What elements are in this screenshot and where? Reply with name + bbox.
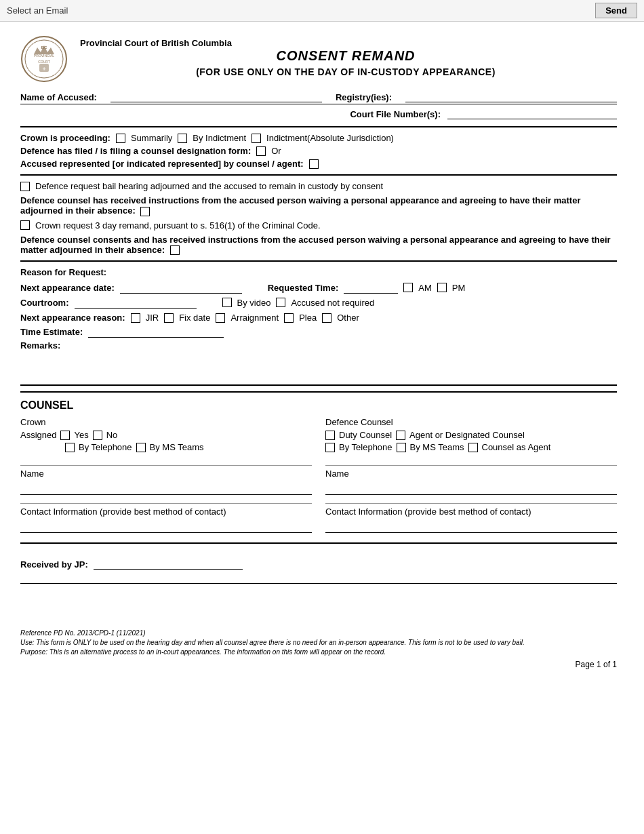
- time-estimate-label: Time Estimate:: [20, 327, 83, 337]
- accused-represented-checkbox[interactable]: [309, 159, 319, 169]
- page-number: Page 1 of 1: [20, 660, 617, 669]
- jir-checkbox[interactable]: [131, 313, 140, 323]
- by-indictment-checkbox[interactable]: [178, 134, 187, 143]
- page-content: BC PROVINCIAL COURT ⚜ Provincial Court o…: [0, 22, 644, 683]
- reason-section: Reason for Request:: [20, 267, 617, 277]
- defence-contact-row: By Telephone By MS Teams Counsel as Agen…: [325, 442, 617, 452]
- crown-name-field[interactable]: [20, 480, 312, 495]
- assigned-yes-checkbox[interactable]: [60, 431, 70, 440]
- defence-filed-row: Defence has filed / is filing a counsel …: [20, 146, 617, 156]
- assigned-no-checkbox[interactable]: [93, 431, 102, 440]
- center-header: CONSENT REMAND (FOR USE ONLY ON THE DAY …: [75, 48, 617, 77]
- defence-name-field[interactable]: [325, 480, 617, 495]
- summarily-checkbox[interactable]: [116, 134, 125, 143]
- arraignment-checkbox[interactable]: [216, 313, 225, 323]
- divider-2: [20, 174, 617, 176]
- am-checkbox[interactable]: [403, 283, 413, 292]
- counsel-contact-grid: Contact Information (provide best method…: [20, 500, 617, 533]
- defence-filed-checkbox[interactable]: [256, 146, 266, 156]
- purpose-line: Purpose: This is an alternative process …: [20, 648, 617, 657]
- consents-text: Defence counsel consents and has receive…: [20, 235, 617, 256]
- accused-represented-row: Accused represented [or indicated repres…: [20, 159, 617, 169]
- remarks-row: Remarks:: [20, 340, 617, 351]
- crown-name-label: Name: [20, 469, 312, 479]
- reason-label: Reason for Request:: [20, 267, 617, 277]
- instructions-checkbox[interactable]: [140, 207, 150, 216]
- fix-date-checkbox[interactable]: [164, 313, 174, 323]
- crown-request-row: Crown request 3 day remand, pursuant to …: [20, 220, 617, 231]
- footer-spacer: [20, 588, 617, 629]
- bail-section: Defence request bail hearing adjourned a…: [20, 181, 617, 255]
- next-date-field[interactable]: [120, 281, 242, 294]
- time-estimate-field[interactable]: [88, 325, 224, 338]
- crown-request-checkbox[interactable]: [20, 220, 30, 230]
- defence-col-label: Defence Counsel: [325, 417, 617, 427]
- email-select-label[interactable]: Select an Email: [7, 5, 68, 16]
- no-label: No: [106, 430, 118, 440]
- indictment-absolute-label: Indictment(Absolute Jurisdiction): [266, 133, 394, 143]
- court-file-label: Court File Number(s):: [350, 109, 441, 119]
- court-file-field[interactable]: [447, 107, 617, 119]
- counsel-grid: Crown Assigned Yes No By Telephone By MS…: [20, 417, 617, 454]
- defence-contact-field[interactable]: [325, 518, 617, 533]
- by-video-checkbox[interactable]: [222, 298, 232, 307]
- vertical-spacer: [20, 352, 617, 379]
- yes-label: Yes: [74, 430, 88, 440]
- received-field[interactable]: [94, 557, 243, 570]
- divider-4: [20, 384, 617, 386]
- pm-checkbox[interactable]: [437, 283, 447, 292]
- crown-telephone-label: By Telephone: [79, 442, 132, 452]
- appearance-reason-row: Next appearance reason: JIR Fix date Arr…: [20, 313, 617, 323]
- registry-label: Registry(ies):: [336, 92, 392, 102]
- requested-time-field[interactable]: [344, 281, 398, 294]
- logo-area: BC PROVINCIAL COURT ⚜: [20, 35, 75, 85]
- next-date-label: Next appearance date:: [20, 283, 115, 293]
- defence-teams-checkbox[interactable]: [397, 443, 406, 452]
- other-checkbox[interactable]: [322, 313, 331, 323]
- registry-field[interactable]: [405, 90, 617, 102]
- defence-teams-label: By MS Teams: [410, 442, 464, 452]
- crown-contact-field[interactable]: [20, 518, 312, 533]
- counsel-as-agent-checkbox[interactable]: [468, 443, 478, 452]
- crown-teams-checkbox[interactable]: [136, 443, 146, 452]
- reference-line: Reference PD No. 2013/CPD-1 (11/2021): [20, 629, 617, 638]
- duty-counsel-label: Duty Counsel: [339, 430, 392, 440]
- other-label: Other: [337, 313, 359, 323]
- footer-text: Reference PD No. 2013/CPD-1 (11/2021) Us…: [20, 629, 617, 657]
- divider-3: [20, 260, 617, 262]
- name-accused-field[interactable]: [110, 90, 322, 102]
- divider-4b: [20, 391, 617, 393]
- received-section: Received by JP:: [20, 553, 617, 570]
- crown-name-col: Name: [20, 465, 312, 495]
- bail-checkbox1[interactable]: [20, 182, 30, 191]
- or-label: Or: [271, 146, 281, 156]
- accused-not-required-checkbox[interactable]: [276, 298, 285, 307]
- defence-name-col: Name: [325, 465, 617, 495]
- top-bar: Select an Email Send: [0, 0, 644, 22]
- time-estimate-row: Time Estimate:: [20, 325, 617, 338]
- plea-checkbox[interactable]: [284, 313, 294, 323]
- counsel-section-title: COUNSEL: [20, 399, 617, 412]
- by-video-label: By video: [237, 298, 271, 308]
- crown-assigned-row: Assigned Yes No: [20, 430, 312, 440]
- indictment-absolute-checkbox[interactable]: [251, 134, 261, 143]
- agent-designated-checkbox[interactable]: [396, 431, 405, 440]
- courtroom-row: Courtroom: By video Accused not required: [20, 296, 617, 309]
- instructions-text-span: Defence counsel has received instruction…: [20, 195, 581, 216]
- crown-request-text: Crown request 3 day remand, pursuant to …: [35, 220, 321, 231]
- courtroom-field[interactable]: [75, 296, 197, 309]
- send-button[interactable]: Send: [595, 3, 637, 18]
- assigned-label: Assigned: [20, 430, 56, 440]
- next-appearance-row: Next appearance date: Requested Time: AM…: [20, 281, 617, 294]
- crown-telephone-checkbox[interactable]: [65, 443, 75, 452]
- duty-counsel-checkbox[interactable]: [325, 431, 335, 440]
- header-text-area: Provincial Court of British Columbia CON…: [75, 35, 617, 81]
- consents-text-span: Defence counsel consents and has receive…: [20, 235, 611, 255]
- crown-telephone-row: By Telephone By MS Teams: [20, 442, 312, 452]
- bail-text: Defence request bail hearing adjourned a…: [35, 181, 383, 191]
- consents-checkbox[interactable]: [170, 245, 180, 255]
- defence-telephone-checkbox[interactable]: [325, 443, 335, 452]
- bail-row1: Defence request bail hearing adjourned a…: [20, 181, 617, 191]
- name-accused-label: Name of Accused:: [20, 92, 97, 102]
- divider-5: [20, 542, 617, 544]
